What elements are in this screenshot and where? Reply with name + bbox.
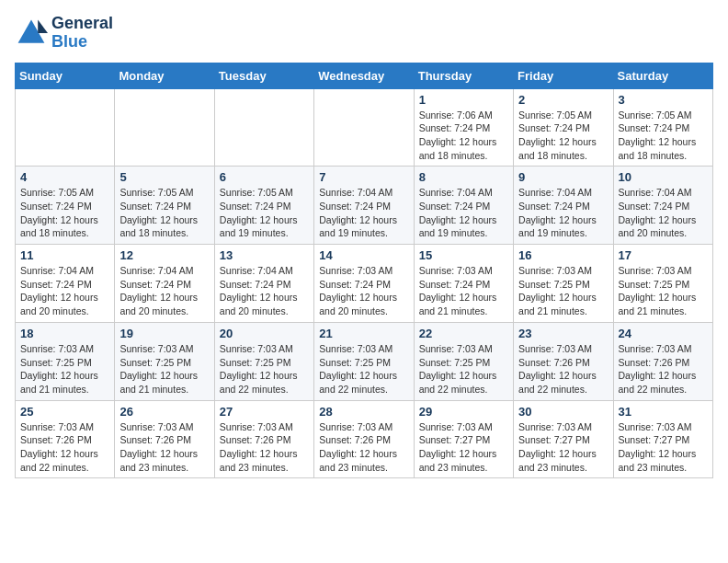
day-info: Sunrise: 7:03 AMSunset: 7:25 PMDaylight:… (119, 342, 209, 396)
calendar-cell: 5Sunrise: 7:05 AMSunset: 7:24 PMDaylight… (115, 167, 214, 245)
page-header: General Blue (15, 15, 713, 52)
day-number: 26 (119, 405, 209, 419)
day-info: Sunrise: 7:03 AMSunset: 7:25 PMDaylight:… (619, 264, 708, 318)
day-number: 16 (518, 248, 608, 262)
calendar-cell: 3Sunrise: 7:05 AMSunset: 7:24 PMDaylight… (613, 88, 712, 167)
day-info: Sunrise: 7:05 AMSunset: 7:24 PMDaylight:… (619, 109, 708, 163)
calendar-table: SundayMondayTuesdayWednesdayThursdayFrid… (15, 63, 713, 479)
day-info: Sunrise: 7:04 AMSunset: 7:24 PMDaylight:… (220, 264, 309, 318)
day-info: Sunrise: 7:03 AMSunset: 7:26 PMDaylight:… (319, 420, 408, 475)
calendar-cell: 17Sunrise: 7:03 AMSunset: 7:25 PMDayligh… (613, 245, 712, 323)
day-info: Sunrise: 7:03 AMSunset: 7:27 PMDaylight:… (619, 420, 708, 475)
calendar-cell: 22Sunrise: 7:03 AMSunset: 7:25 PMDayligh… (414, 322, 513, 400)
calendar-cell: 23Sunrise: 7:03 AMSunset: 7:26 PMDayligh… (514, 322, 613, 400)
day-number: 1 (419, 93, 508, 107)
day-number: 29 (419, 405, 508, 419)
logo: General Blue (15, 15, 113, 52)
calendar-cell: 19Sunrise: 7:03 AMSunset: 7:25 PMDayligh… (115, 322, 214, 400)
day-number: 10 (619, 170, 708, 184)
day-number: 31 (619, 405, 708, 419)
calendar-cell: 31Sunrise: 7:03 AMSunset: 7:27 PMDayligh… (613, 400, 712, 478)
day-number: 13 (220, 248, 309, 262)
calendar-cell: 25Sunrise: 7:03 AMSunset: 7:26 PMDayligh… (16, 400, 115, 478)
calendar-cell: 4Sunrise: 7:05 AMSunset: 7:24 PMDaylight… (16, 167, 115, 245)
day-number: 14 (319, 248, 408, 262)
day-info: Sunrise: 7:04 AMSunset: 7:24 PMDaylight:… (319, 186, 408, 240)
calendar-cell: 15Sunrise: 7:03 AMSunset: 7:24 PMDayligh… (414, 245, 513, 323)
col-header-thursday: Thursday (414, 63, 513, 88)
day-info: Sunrise: 7:03 AMSunset: 7:27 PMDaylight:… (518, 420, 608, 475)
calendar-cell: 16Sunrise: 7:03 AMSunset: 7:25 PMDayligh… (514, 245, 613, 323)
day-info: Sunrise: 7:03 AMSunset: 7:27 PMDaylight:… (419, 420, 508, 475)
day-info: Sunrise: 7:03 AMSunset: 7:26 PMDaylight:… (20, 420, 109, 475)
day-number: 21 (319, 327, 408, 340)
day-number: 8 (419, 170, 508, 184)
calendar-cell: 30Sunrise: 7:03 AMSunset: 7:27 PMDayligh… (514, 400, 613, 478)
day-number: 3 (619, 93, 708, 107)
day-info: Sunrise: 7:04 AMSunset: 7:24 PMDaylight:… (20, 264, 109, 318)
calendar-cell: 13Sunrise: 7:04 AMSunset: 7:24 PMDayligh… (214, 245, 313, 323)
day-number: 25 (20, 405, 109, 419)
day-info: Sunrise: 7:03 AMSunset: 7:26 PMDaylight:… (119, 420, 209, 475)
calendar-cell: 20Sunrise: 7:03 AMSunset: 7:25 PMDayligh… (214, 322, 313, 400)
svg-marker-1 (38, 19, 48, 32)
day-info: Sunrise: 7:05 AMSunset: 7:24 PMDaylight:… (220, 186, 309, 240)
col-header-monday: Monday (115, 63, 214, 88)
day-info: Sunrise: 7:05 AMSunset: 7:24 PMDaylight:… (119, 186, 209, 240)
calendar-cell: 8Sunrise: 7:04 AMSunset: 7:24 PMDaylight… (414, 167, 513, 245)
day-info: Sunrise: 7:03 AMSunset: 7:24 PMDaylight:… (319, 264, 408, 318)
calendar-cell: 28Sunrise: 7:03 AMSunset: 7:26 PMDayligh… (314, 400, 414, 478)
col-header-friday: Friday (514, 63, 613, 88)
col-header-sunday: Sunday (16, 63, 115, 88)
col-header-wednesday: Wednesday (314, 63, 414, 88)
day-number: 15 (419, 248, 508, 262)
logo-icon (15, 17, 48, 50)
calendar-cell: 18Sunrise: 7:03 AMSunset: 7:25 PMDayligh… (16, 322, 115, 400)
day-number: 2 (518, 93, 608, 107)
calendar-cell: 14Sunrise: 7:03 AMSunset: 7:24 PMDayligh… (314, 245, 414, 323)
day-number: 4 (20, 170, 109, 184)
calendar-cell (115, 88, 214, 167)
calendar-cell (214, 88, 313, 167)
day-info: Sunrise: 7:04 AMSunset: 7:24 PMDaylight:… (419, 186, 508, 240)
day-info: Sunrise: 7:03 AMSunset: 7:25 PMDaylight:… (220, 342, 309, 396)
calendar-cell: 7Sunrise: 7:04 AMSunset: 7:24 PMDaylight… (314, 167, 414, 245)
col-header-tuesday: Tuesday (214, 63, 313, 88)
day-number: 22 (419, 327, 508, 340)
day-info: Sunrise: 7:03 AMSunset: 7:25 PMDaylight:… (20, 342, 109, 396)
day-info: Sunrise: 7:05 AMSunset: 7:24 PMDaylight:… (20, 186, 109, 240)
calendar-cell: 2Sunrise: 7:05 AMSunset: 7:24 PMDaylight… (514, 88, 613, 167)
day-info: Sunrise: 7:03 AMSunset: 7:24 PMDaylight:… (419, 264, 508, 318)
day-number: 19 (119, 327, 209, 340)
day-number: 24 (619, 327, 708, 340)
calendar-cell: 29Sunrise: 7:03 AMSunset: 7:27 PMDayligh… (414, 400, 513, 478)
day-info: Sunrise: 7:04 AMSunset: 7:24 PMDaylight:… (518, 186, 608, 240)
day-info: Sunrise: 7:03 AMSunset: 7:25 PMDaylight:… (419, 342, 508, 396)
day-info: Sunrise: 7:04 AMSunset: 7:24 PMDaylight:… (619, 186, 708, 240)
day-number: 28 (319, 405, 408, 419)
day-info: Sunrise: 7:03 AMSunset: 7:25 PMDaylight:… (518, 264, 608, 318)
calendar-cell: 27Sunrise: 7:03 AMSunset: 7:26 PMDayligh… (214, 400, 313, 478)
day-info: Sunrise: 7:05 AMSunset: 7:24 PMDaylight:… (518, 109, 608, 163)
col-header-saturday: Saturday (613, 63, 712, 88)
day-number: 20 (220, 327, 309, 340)
day-info: Sunrise: 7:03 AMSunset: 7:25 PMDaylight:… (319, 342, 408, 396)
day-info: Sunrise: 7:03 AMSunset: 7:26 PMDaylight:… (220, 420, 309, 475)
day-info: Sunrise: 7:03 AMSunset: 7:26 PMDaylight:… (619, 342, 708, 396)
calendar-cell: 21Sunrise: 7:03 AMSunset: 7:25 PMDayligh… (314, 322, 414, 400)
day-number: 9 (518, 170, 608, 184)
day-number: 12 (119, 248, 209, 262)
day-number: 6 (220, 170, 309, 184)
day-number: 11 (20, 248, 109, 262)
logo-text: General Blue (51, 15, 113, 52)
day-number: 30 (518, 405, 608, 419)
day-info: Sunrise: 7:04 AMSunset: 7:24 PMDaylight:… (119, 264, 209, 318)
day-info: Sunrise: 7:03 AMSunset: 7:26 PMDaylight:… (518, 342, 608, 396)
day-number: 27 (220, 405, 309, 419)
calendar-cell: 12Sunrise: 7:04 AMSunset: 7:24 PMDayligh… (115, 245, 214, 323)
calendar-cell (314, 88, 414, 167)
day-number: 5 (119, 170, 209, 184)
calendar-cell: 11Sunrise: 7:04 AMSunset: 7:24 PMDayligh… (16, 245, 115, 323)
calendar-cell: 6Sunrise: 7:05 AMSunset: 7:24 PMDaylight… (214, 167, 313, 245)
day-number: 17 (619, 248, 708, 262)
